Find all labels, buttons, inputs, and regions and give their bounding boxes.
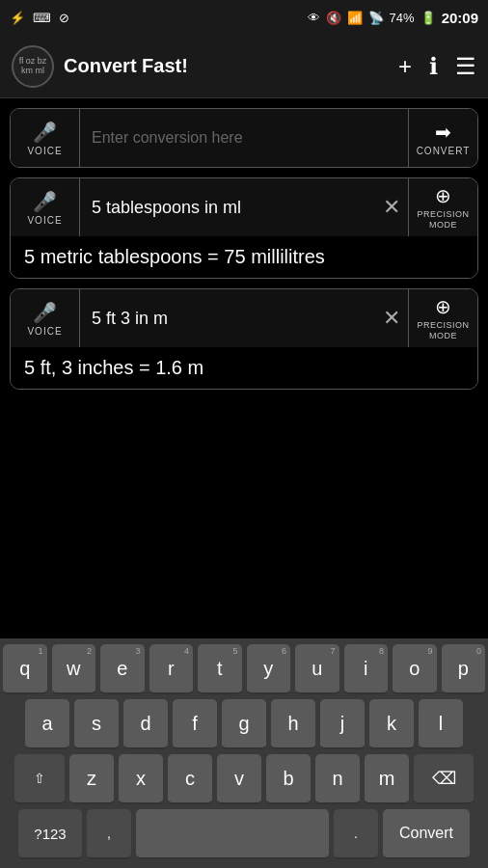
status-time: 20:09 <box>442 10 478 26</box>
usb-icon: ⚡ <box>10 11 25 25</box>
mic-icon-1: 🎤 <box>33 190 57 213</box>
key-s[interactable]: s <box>74 699 119 749</box>
key-n[interactable]: n <box>315 754 360 804</box>
result-row-2: 5 ft, 3 inches = 1.6 m <box>11 347 477 389</box>
voice-button-1[interactable]: 🎤 VOICE <box>11 178 80 236</box>
result-row-1: 5 metric tablespoons = 75 millilitres <box>11 236 477 278</box>
key-m[interactable]: m <box>365 754 409 804</box>
voice-button-2[interactable]: 🎤 VOICE <box>11 289 80 347</box>
main-content: 🎤 VOICE ➡ CONVERT 🎤 VOICE 5 tablespoons … <box>0 98 488 399</box>
keyboard-row-1: 1q 2w 3e 4r 5t 6y 7u 8i 9o 0p <box>3 644 485 694</box>
toolbar: fl oz bz km ml Convert Fast! + ℹ ☰ <box>0 35 488 98</box>
conversion-input-text-1[interactable]: 5 tablespoons in ml <box>80 198 375 218</box>
key-shift[interactable]: ⇧ <box>14 754 65 804</box>
voice-label-2: VOICE <box>27 326 62 337</box>
convert-arrow-icon: ➡ <box>435 121 451 144</box>
precision-label-1: PRECISIONMODE <box>417 209 469 231</box>
key-f[interactable]: f <box>173 699 217 749</box>
block-icon: ⊘ <box>59 11 69 25</box>
conversion-box-1: 🎤 VOICE 5 tablespoons in ml ✕ ⊕ PRECISIO… <box>10 177 478 279</box>
key-j[interactable]: j <box>320 699 365 749</box>
key-a[interactable]: a <box>25 699 69 749</box>
signal-icon: 📡 <box>368 11 384 25</box>
convert-button-main[interactable]: ➡ CONVERT <box>408 109 477 167</box>
voice-label-main: VOICE <box>27 146 62 156</box>
key-t[interactable]: 5t <box>198 644 242 694</box>
key-space[interactable] <box>136 809 329 859</box>
key-g[interactable]: g <box>222 699 266 749</box>
battery-icon: 🔋 <box>420 11 436 25</box>
key-z[interactable]: z <box>69 754 114 804</box>
voice-label-1: VOICE <box>27 215 62 226</box>
precision-button-1[interactable]: ⊕ PRECISIONMODE <box>408 178 477 236</box>
key-w[interactable]: 2w <box>52 644 96 694</box>
keyboard-row-2: a s d f g h j k l <box>3 699 485 749</box>
key-q[interactable]: 1q <box>3 644 47 694</box>
precision-icon-2: ⊕ <box>435 295 451 318</box>
mic-icon: 🎤 <box>33 121 57 144</box>
conversion-box-2: 🎤 VOICE 5 ft 3 in m ✕ ⊕ PRECISIONMODE 5 … <box>10 288 478 390</box>
key-comma[interactable]: , <box>87 809 131 859</box>
input-row-1: 🎤 VOICE 5 tablespoons in ml ✕ ⊕ PRECISIO… <box>11 178 477 236</box>
app-logo: fl oz bz km ml <box>12 45 54 88</box>
key-k[interactable]: k <box>369 699 414 749</box>
keyboard-icon: ⌨ <box>33 11 51 25</box>
key-x[interactable]: x <box>119 754 163 804</box>
key-h[interactable]: h <box>271 699 315 749</box>
key-y[interactable]: 6y <box>247 644 291 694</box>
add-button[interactable]: + <box>398 53 412 80</box>
key-e[interactable]: 3e <box>100 644 145 694</box>
toolbar-icons: + ℹ ☰ <box>398 53 476 80</box>
mute-icon: 🔇 <box>326 11 341 25</box>
key-u[interactable]: 7u <box>295 644 339 694</box>
mic-icon-2: 🎤 <box>33 301 57 324</box>
conversion-input-text-2[interactable]: 5 ft 3 in m <box>80 309 375 329</box>
precision-button-2[interactable]: ⊕ PRECISIONMODE <box>408 289 477 347</box>
app-title: Convert Fast! <box>64 55 389 77</box>
key-period[interactable]: . <box>334 809 378 859</box>
key-b[interactable]: b <box>266 754 311 804</box>
info-button[interactable]: ℹ <box>429 53 438 80</box>
key-p[interactable]: 0p <box>442 644 486 694</box>
key-123[interactable]: ?123 <box>18 809 82 859</box>
key-backspace[interactable]: ⌫ <box>414 754 474 804</box>
keyboard-row-bottom: ?123 , . Convert <box>3 809 485 859</box>
conversion-input[interactable] <box>80 109 408 167</box>
key-d[interactable]: d <box>123 699 168 749</box>
key-l[interactable]: l <box>419 699 463 749</box>
menu-button[interactable]: ☰ <box>455 53 476 80</box>
status-bar: ⚡ ⌨ ⊘ 👁 🔇 📶 📡 74% 🔋 20:09 <box>0 0 488 35</box>
keyboard: 1q 2w 3e 4r 5t 6y 7u 8i 9o 0p a s d f g … <box>0 638 488 868</box>
status-right-icons: 👁 🔇 📶 📡 74% 🔋 20:09 <box>308 10 478 26</box>
key-v[interactable]: v <box>217 754 261 804</box>
input-row-2: 🎤 VOICE 5 ft 3 in m ✕ ⊕ PRECISIONMODE <box>11 289 477 347</box>
key-i[interactable]: 8i <box>344 644 389 694</box>
battery-percent: 74% <box>390 11 415 25</box>
close-button-1[interactable]: ✕ <box>375 195 408 220</box>
key-c[interactable]: c <box>168 754 212 804</box>
close-button-2[interactable]: ✕ <box>375 306 408 331</box>
input-conversion-box: 🎤 VOICE ➡ CONVERT <box>10 108 478 168</box>
voice-button-main[interactable]: 🎤 VOICE <box>11 109 80 167</box>
convert-label-main: CONVERT <box>417 146 471 156</box>
keyboard-row-3: ⇧ z x c v b n m ⌫ <box>3 754 485 804</box>
eye-icon: 👁 <box>308 11 320 25</box>
precision-icon-1: ⊕ <box>435 184 451 207</box>
key-o[interactable]: 9o <box>393 644 437 694</box>
status-left-icons: ⚡ ⌨ ⊘ <box>10 11 69 25</box>
key-convert[interactable]: Convert <box>383 809 470 859</box>
input-row: 🎤 VOICE ➡ CONVERT <box>11 109 477 167</box>
wifi-icon: 📶 <box>347 11 363 25</box>
key-r[interactable]: 4r <box>149 644 194 694</box>
precision-label-2: PRECISIONMODE <box>417 320 469 341</box>
